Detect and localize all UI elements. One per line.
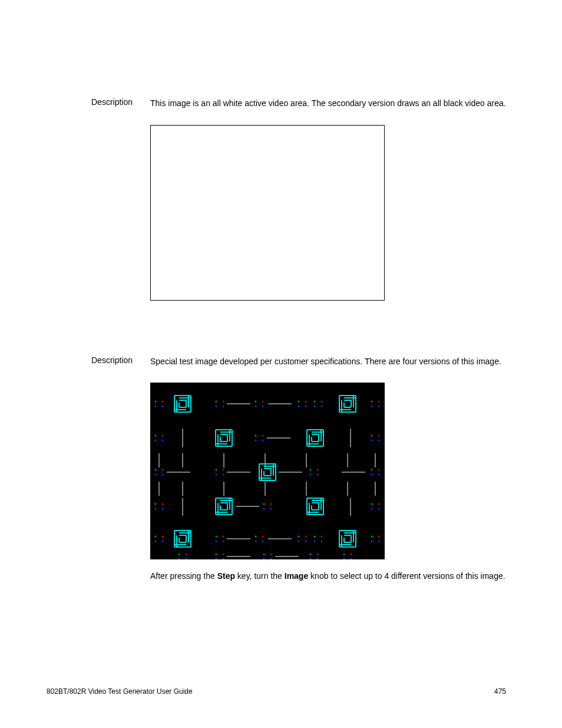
description-text-1: This image is an all white active video … [150,97,506,110]
footer-text: 802BT/802R Video Test Generator User Gui… [47,687,193,696]
description-label-2: Description [91,355,150,583]
description-text-2: Special test image developed per custome… [150,355,506,368]
instruction-text: After pressing the Step key, turn the Im… [150,570,506,583]
test-pattern-figure [150,383,385,559]
white-video-area-figure [150,125,385,301]
description-label-1: Description [91,97,150,301]
page-number: 475 [494,687,506,696]
